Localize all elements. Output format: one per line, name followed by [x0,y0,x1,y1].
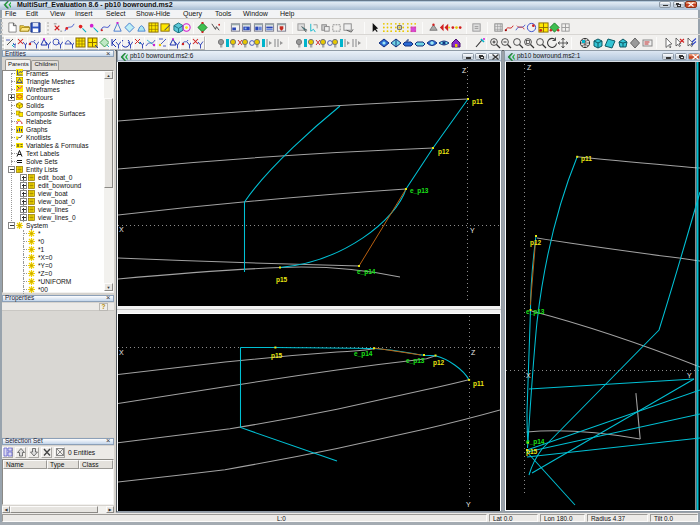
svg-text:p15: p15 [526,448,538,456]
svg-text:e_p14: e_p14 [526,438,545,446]
svg-text:Y: Y [470,227,475,234]
svg-text:p12: p12 [433,359,445,367]
svg-text:e_p13: e_p13 [410,187,429,195]
svg-text:p15: p15 [271,352,283,360]
svg-text:p11: p11 [472,98,483,106]
svg-text:p12: p12 [530,239,542,247]
svg-text:Z: Z [527,64,532,71]
svg-text:X: X [526,372,531,379]
svg-text:e_p14: e_p14 [354,350,373,358]
svg-text:p11: p11 [473,380,484,388]
svg-text:Y: Y [687,372,692,379]
svg-text:p11: p11 [581,155,592,163]
svg-text:p12: p12 [438,148,450,156]
svg-text:X: X [119,226,124,233]
svg-text:Z: Z [471,349,476,356]
svg-text:e_p14: e_p14 [357,268,376,276]
svg-text:p15: p15 [276,276,288,284]
svg-text:Z: Z [462,67,467,74]
svg-text:Y: Y [466,501,471,508]
svg-text:e_p13: e_p13 [526,308,545,316]
svg-text:X: X [119,349,124,356]
svg-text:e_p13: e_p13 [406,357,425,365]
